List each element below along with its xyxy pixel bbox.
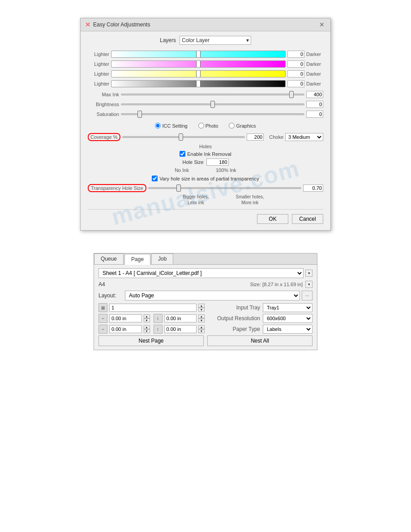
black-darker-label: Darker [306, 81, 323, 86]
cyan-darker-label: Darker [306, 51, 323, 57]
cyan-lighter-label: Lighter [88, 51, 109, 57]
sheet-select[interactable]: Sheet 1 - A4 [ Carnival_iColor_Letter.pd… [98, 268, 304, 278]
transparency-track [148, 187, 301, 189]
cyan-slider-thumb[interactable] [196, 51, 201, 58]
layout-select[interactable]: Auto Page [125, 291, 300, 300]
saturation-value[interactable]: 0 [306, 111, 323, 118]
brightness-label: Brightness [88, 102, 119, 107]
cancel-button[interactable]: Cancel [292, 214, 323, 224]
dialog-body: Layers Color Layer ▾ Lighter 0 [81, 31, 330, 230]
field-input-0[interactable] [109, 314, 142, 322]
field-input-2[interactable] [109, 325, 142, 333]
paper-type-select[interactable]: Labels [263, 325, 313, 334]
input-tray-select[interactable]: Tray1 [263, 303, 313, 312]
radio-photo[interactable]: Photo [198, 123, 218, 129]
copies-down-button[interactable]: ▼ [198, 308, 205, 312]
coverage-slider-container[interactable] [122, 133, 245, 141]
dialog-buttons: OK Cancel [88, 209, 323, 224]
nest-page-button[interactable]: Nest Page [98, 335, 204, 346]
easy-color-adjustments-dialog: ✕ Easy Color Adjustments ✕ Layers Color … [80, 18, 331, 231]
max-ink-value[interactable]: 400 [306, 91, 323, 98]
coverage-value-input[interactable]: 200 [247, 133, 264, 141]
cyan-value-input[interactable]: 0 [287, 51, 304, 58]
layout-row: Layout: Auto Page ··· [98, 291, 313, 300]
magenta-slider-track-container[interactable] [111, 60, 286, 68]
coverage-label-wrapper: Coverage % [88, 134, 120, 140]
layout-label: Layout: [98, 292, 123, 299]
saturation-thumb[interactable] [137, 111, 142, 118]
yellow-darker-label: Darker [306, 71, 323, 77]
brightness-value[interactable]: 0 [306, 101, 323, 108]
field-down-1[interactable]: ▼ [198, 318, 205, 322]
field-down-3[interactable]: ▼ [198, 329, 205, 333]
radio-graphics-input[interactable] [229, 123, 235, 129]
max-ink-thumb[interactable] [289, 91, 294, 98]
full-ink-label: 100% Ink [216, 167, 236, 173]
transparency-thumb[interactable] [176, 184, 181, 192]
tab-job[interactable]: Job [151, 253, 173, 264]
radio-icc-input[interactable] [155, 123, 161, 129]
radio-photo-input[interactable] [198, 123, 204, 129]
size-chevron-icon[interactable]: ▾ [305, 281, 313, 288]
output-resolution-label: Output Resolution [206, 315, 260, 322]
brightness-track [121, 103, 304, 105]
magenta-slider-thumb[interactable] [196, 60, 201, 68]
field-up-0[interactable]: ▲ [144, 314, 150, 318]
copies-input[interactable] [109, 304, 197, 312]
field-row-1: ↔ ▲ ▼ ↕ ▲ ▼ [98, 325, 205, 334]
vary-hole-checkbox[interactable] [152, 176, 158, 181]
saturation-slider-container[interactable] [121, 110, 304, 118]
choke-select[interactable]: 3 Medium 1 Low 2 Low-Med 4 Med-High 5 Hi… [285, 133, 323, 141]
radio-icc[interactable]: ICC Setting [155, 123, 187, 129]
yellow-value-input[interactable]: 0 [287, 70, 304, 77]
cyan-slider-track-container[interactable] [111, 50, 286, 58]
field-up-1[interactable]: ▲ [198, 314, 205, 318]
transparency-slider-container[interactable] [148, 184, 301, 192]
tab-page[interactable]: Page [124, 254, 150, 265]
tab-queue[interactable]: Queue [94, 253, 124, 264]
yellow-slider-track-container[interactable] [111, 70, 286, 78]
transparency-value-input[interactable]: 0.70 [303, 184, 323, 192]
field-up-3[interactable]: ▲ [198, 325, 205, 329]
field-spin-1[interactable]: ▲ ▼ [198, 314, 205, 322]
field-down-0[interactable]: ▼ [144, 318, 150, 322]
field-input-1[interactable] [164, 314, 197, 322]
black-slider-track-container[interactable] [111, 80, 286, 88]
close-button[interactable]: ✕ [318, 21, 326, 29]
max-ink-row: Max Ink 400 [88, 90, 323, 99]
layers-label: Layers [160, 37, 176, 43]
black-lighter-label: Lighter [88, 81, 109, 86]
radio-graphics[interactable]: Graphics [229, 123, 256, 129]
sheet-chevron-icon[interactable]: ▾ [305, 270, 313, 277]
nest-all-button[interactable]: Nest All [207, 335, 313, 346]
black-value-input[interactable]: 0 [287, 80, 304, 87]
coverage-label: Coverage % [88, 133, 120, 141]
yellow-slider-thumb[interactable] [196, 70, 201, 77]
copies-spinner[interactable]: ▲ ▼ [198, 304, 205, 312]
magenta-lighter-label: Lighter [88, 61, 109, 67]
field-input-3[interactable] [164, 325, 197, 333]
field-down-2[interactable]: ▼ [144, 329, 150, 333]
field-spin-0[interactable]: ▲ ▼ [144, 314, 150, 322]
layers-dropdown[interactable]: Color Layer ▾ [180, 36, 251, 45]
black-slider-thumb[interactable] [196, 80, 201, 87]
enable-ink-removal-checkbox[interactable] [180, 151, 185, 157]
copies-up-button[interactable]: ▲ [198, 304, 205, 308]
magenta-value-input[interactable]: 0 [287, 60, 304, 68]
field-spin-2[interactable]: ▲ ▼ [144, 325, 150, 333]
field-up-2[interactable]: ▲ [144, 325, 150, 329]
hole-size-input[interactable]: 180 [206, 159, 229, 166]
layout-options-button[interactable]: ··· [302, 291, 313, 300]
brightness-slider-container[interactable] [121, 100, 304, 108]
brightness-thumb[interactable] [210, 101, 215, 108]
radio-section: ICC Setting Photo Graphics [88, 123, 323, 129]
field-spin-3[interactable]: ▲ ▼ [198, 325, 205, 333]
magenta-darker-label: Darker [306, 61, 323, 67]
output-resolution-select[interactable]: 600x600 [263, 314, 313, 323]
paper-type-label: Paper Type [206, 326, 260, 332]
ok-button[interactable]: OK [257, 214, 288, 224]
yellow-slider-track [111, 70, 286, 77]
coverage-thumb[interactable] [179, 133, 183, 141]
size-label: A4 [98, 281, 112, 287]
max-ink-slider-container[interactable] [121, 90, 304, 99]
